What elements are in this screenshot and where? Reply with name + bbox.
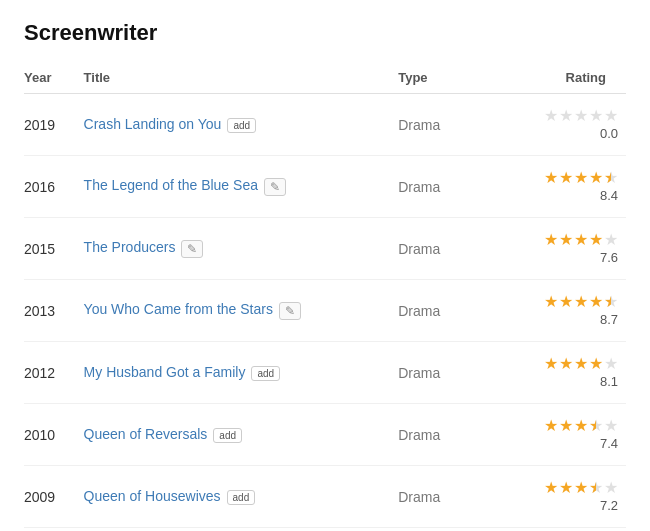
star-full: ★ bbox=[559, 294, 573, 310]
col-header-type: Type bbox=[398, 62, 497, 94]
star-full: ★ bbox=[544, 418, 558, 434]
rating-wrapper: ★★★★★ 0.0 bbox=[497, 108, 618, 141]
stars-container: ★★★★★ bbox=[544, 108, 618, 124]
star-full: ★ bbox=[589, 170, 603, 186]
cell-year: 2009 bbox=[24, 466, 84, 528]
star-full: ★ bbox=[589, 232, 603, 248]
table-row: 2012My Husband Got a FamilyaddDrama ★★★★… bbox=[24, 342, 626, 404]
edit-icon[interactable]: ✎ bbox=[264, 178, 286, 196]
rating-wrapper: ★★★★★★ 7.4 bbox=[497, 418, 618, 451]
rating-wrapper: ★★★★★★ 8.7 bbox=[497, 294, 618, 327]
rating-number: 8.4 bbox=[600, 188, 618, 203]
col-header-title: Title bbox=[84, 62, 399, 94]
cell-type: Drama bbox=[398, 94, 497, 156]
cell-title: Crash Landing on Youadd bbox=[84, 94, 399, 156]
rating-wrapper: ★★★★★★ 7.2 bbox=[497, 480, 618, 513]
col-header-rating: Rating bbox=[497, 62, 626, 94]
table-row: 2013You Who Came from the Stars✎Drama ★★… bbox=[24, 280, 626, 342]
cell-title: The Legend of the Blue Sea✎ bbox=[84, 156, 399, 218]
cell-rating: ★★★★★★ 8.4 bbox=[497, 156, 626, 218]
star-empty: ★ bbox=[574, 108, 588, 124]
cell-title: The Producers✎ bbox=[84, 218, 399, 280]
star-full: ★ bbox=[574, 232, 588, 248]
star-full: ★ bbox=[574, 356, 588, 372]
star-full: ★ bbox=[544, 480, 558, 496]
star-empty: ★ bbox=[604, 356, 618, 372]
rating-number: 0.0 bbox=[600, 126, 618, 141]
table-row: 2019Crash Landing on YouaddDrama ★★★★★ 0… bbox=[24, 94, 626, 156]
col-header-year: Year bbox=[24, 62, 84, 94]
star-full: ★ bbox=[559, 170, 573, 186]
star-full: ★ bbox=[559, 480, 573, 496]
star-full: ★ bbox=[589, 294, 603, 310]
title-link[interactable]: Queen of Housewives bbox=[84, 488, 221, 504]
title-link[interactable]: My Husband Got a Family bbox=[84, 364, 246, 380]
stars-container: ★★★★★★ bbox=[544, 170, 618, 186]
star-full: ★ bbox=[559, 418, 573, 434]
cell-rating: ★★★★★ 7.6 bbox=[497, 218, 626, 280]
title-link[interactable]: Queen of Reversals bbox=[84, 426, 208, 442]
cell-year: 2013 bbox=[24, 280, 84, 342]
cell-type: Drama bbox=[398, 280, 497, 342]
title-link[interactable]: The Legend of the Blue Sea bbox=[84, 177, 258, 193]
rating-number: 7.2 bbox=[600, 498, 618, 513]
add-badge[interactable]: add bbox=[227, 490, 256, 505]
stars-container: ★★★★★★ bbox=[544, 480, 618, 496]
rating-wrapper: ★★★★★★ 8.4 bbox=[497, 170, 618, 203]
star-full: ★ bbox=[559, 356, 573, 372]
cell-title: Queen of Reversalsadd bbox=[84, 404, 399, 466]
add-badge[interactable]: add bbox=[227, 118, 256, 133]
cell-rating: ★★★★★★ 8.7 bbox=[497, 280, 626, 342]
stars-container: ★★★★★ bbox=[544, 232, 618, 248]
title-link[interactable]: The Producers bbox=[84, 239, 176, 255]
star-full: ★ bbox=[559, 232, 573, 248]
star-full: ★ bbox=[574, 294, 588, 310]
star-full: ★ bbox=[574, 480, 588, 496]
star-full: ★ bbox=[574, 170, 588, 186]
table-row: 2015The Producers✎Drama ★★★★★ 7.6 bbox=[24, 218, 626, 280]
star-full: ★ bbox=[544, 356, 558, 372]
cell-year: 2015 bbox=[24, 218, 84, 280]
cell-type: Drama bbox=[398, 218, 497, 280]
star-half: ★★ bbox=[604, 170, 618, 186]
cell-year: 2019 bbox=[24, 94, 84, 156]
cell-year: 2010 bbox=[24, 404, 84, 466]
table-row: 2009Queen of HousewivesaddDrama ★★★★★★ 7… bbox=[24, 466, 626, 528]
stars-container: ★★★★★★ bbox=[544, 294, 618, 310]
star-empty: ★ bbox=[604, 108, 618, 124]
stars-container: ★★★★★ bbox=[544, 356, 618, 372]
rating-wrapper: ★★★★★ 8.1 bbox=[497, 356, 618, 389]
rating-number: 7.4 bbox=[600, 436, 618, 451]
star-empty: ★ bbox=[559, 108, 573, 124]
star-empty: ★ bbox=[544, 108, 558, 124]
star-empty: ★ bbox=[604, 480, 618, 496]
star-full: ★ bbox=[589, 356, 603, 372]
star-empty: ★ bbox=[589, 108, 603, 124]
stars-container: ★★★★★★ bbox=[544, 418, 618, 434]
page-title: Screenwriter bbox=[24, 20, 626, 46]
star-full: ★ bbox=[544, 232, 558, 248]
cell-type: Drama bbox=[398, 342, 497, 404]
cell-year: 2016 bbox=[24, 156, 84, 218]
table-row: 2016The Legend of the Blue Sea✎Drama ★★★… bbox=[24, 156, 626, 218]
add-badge[interactable]: add bbox=[251, 366, 280, 381]
filmography-table: Year Title Type Rating 2019Crash Landing… bbox=[24, 62, 626, 528]
cell-title: My Husband Got a Familyadd bbox=[84, 342, 399, 404]
edit-icon[interactable]: ✎ bbox=[279, 302, 301, 320]
star-full: ★ bbox=[544, 170, 558, 186]
rating-number: 8.7 bbox=[600, 312, 618, 327]
edit-icon[interactable]: ✎ bbox=[181, 240, 203, 258]
table-row: 2010Queen of ReversalsaddDrama ★★★★★★ 7.… bbox=[24, 404, 626, 466]
title-link[interactable]: You Who Came from the Stars bbox=[84, 301, 273, 317]
cell-rating: ★★★★★★ 7.2 bbox=[497, 466, 626, 528]
cell-title: You Who Came from the Stars✎ bbox=[84, 280, 399, 342]
rating-wrapper: ★★★★★ 7.6 bbox=[497, 232, 618, 265]
add-badge[interactable]: add bbox=[213, 428, 242, 443]
cell-type: Drama bbox=[398, 156, 497, 218]
cell-rating: ★★★★★ 8.1 bbox=[497, 342, 626, 404]
title-link[interactable]: Crash Landing on You bbox=[84, 116, 222, 132]
cell-year: 2012 bbox=[24, 342, 84, 404]
star-empty: ★ bbox=[604, 232, 618, 248]
star-half: ★★ bbox=[589, 418, 603, 434]
star-full: ★ bbox=[574, 418, 588, 434]
